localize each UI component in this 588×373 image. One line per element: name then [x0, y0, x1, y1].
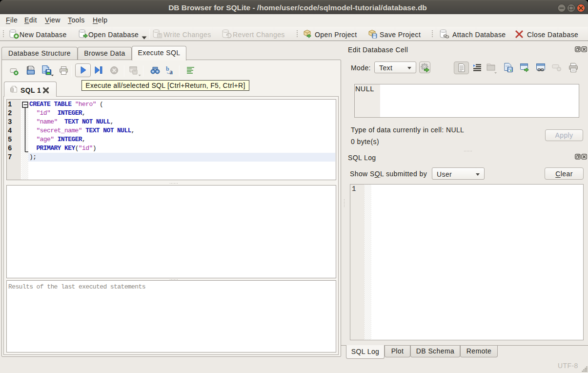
svg-text:a: a	[169, 68, 173, 75]
